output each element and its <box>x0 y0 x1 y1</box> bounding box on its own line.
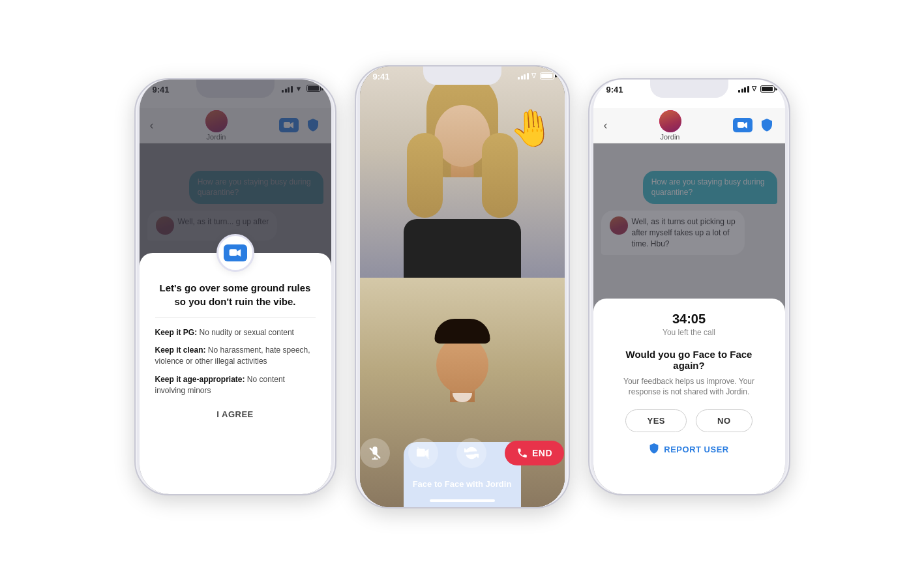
signal-bars-3 <box>738 85 749 93</box>
post-call-question: Would you go Face to Face again? <box>609 349 769 371</box>
mute-icon <box>368 446 382 460</box>
notch-3 <box>650 80 728 98</box>
video-top-female: 🤚 <box>360 66 565 278</box>
flip-camera-button[interactable] <box>456 438 486 468</box>
wave-hand: 🤚 <box>507 105 556 151</box>
video-controls: END <box>360 438 565 468</box>
header-actions-3 <box>733 118 775 132</box>
mute-button[interactable] <box>360 438 390 468</box>
battery-icon-3 <box>760 85 775 93</box>
header-center-3: Jordin <box>659 110 681 141</box>
yes-no-row: YES NO <box>609 409 769 432</box>
status-icons-3: ∇ <box>738 85 775 93</box>
status-time-3: 9:41 <box>606 85 623 95</box>
phones-container: 9:41 ▼ ‹ <box>0 0 924 573</box>
wifi-icon-3: ∇ <box>752 85 756 93</box>
header-name-3: Jordin <box>661 133 680 141</box>
camera-off-button[interactable] <box>408 438 438 468</box>
modal-icon-circle <box>216 234 254 272</box>
video-call-label: Face to Face with Jordin <box>360 479 565 489</box>
phone-2-screen: 9:41 ∇ <box>360 66 565 507</box>
phone-1-screen: 9:41 ▼ ‹ <box>140 80 331 494</box>
rule-pg-label: Keep it PG: <box>155 328 198 337</box>
post-call-modal: 34:05 You left the call Would you go Fac… <box>593 299 785 494</box>
back-button-3[interactable]: ‹ <box>604 119 608 132</box>
report-user-row[interactable]: REPORT USER <box>609 443 769 456</box>
avatar-face-3 <box>659 110 681 132</box>
status-icons-2: ∇ <box>518 72 554 80</box>
home-indicator-2 <box>430 499 495 502</box>
flip-icon <box>464 446 479 460</box>
modal-video-icon <box>224 244 247 261</box>
svg-rect-1 <box>229 249 237 256</box>
rule-clean: Keep it clean: No harassment, hate speec… <box>155 345 316 368</box>
video-call-screen: 9:41 ∇ <box>360 66 565 507</box>
ground-rules-modal: Let's go over some ground rules so you d… <box>140 80 331 494</box>
phone-1: 9:41 ▼ ‹ <box>134 78 336 495</box>
notch-2 <box>423 66 501 85</box>
end-call-button[interactable]: END <box>505 441 564 465</box>
end-call-icon <box>516 447 528 459</box>
signal-bars-2 <box>518 72 529 80</box>
end-call-text: END <box>532 448 552 458</box>
battery-icon-2 <box>540 72 554 80</box>
phone-3: 9:41 ∇ ‹ <box>588 78 790 495</box>
rule-pg: Keep it PG: No nudity or sexual content <box>155 327 316 338</box>
modal-divider-1 <box>155 317 316 318</box>
shield-button-3[interactable] <box>760 118 775 132</box>
svg-rect-5 <box>738 122 744 128</box>
video-icon-3 <box>738 121 748 129</box>
no-button[interactable]: NO <box>696 409 753 432</box>
wifi-icon-2: ∇ <box>531 72 536 80</box>
shield-icon-3 <box>760 118 773 132</box>
report-shield-svg <box>649 443 659 454</box>
status-time-2: 9:41 <box>373 72 390 81</box>
agree-button-1[interactable]: I AGREE <box>155 409 316 419</box>
rule-clean-label: Keep it clean: <box>155 345 206 355</box>
rule-age-label: Keep it age-appropriate: <box>155 375 245 384</box>
video-call-button-3[interactable] <box>733 118 753 132</box>
chat-header-3: ‹ Jordin <box>593 108 785 143</box>
phone-3-screen: 9:41 ∇ ‹ <box>593 80 785 494</box>
post-call-subtitle: Your feedback helps us improve. Your res… <box>609 376 769 398</box>
camera-off-icon <box>416 446 430 460</box>
call-timer: 34:05 <box>609 312 769 327</box>
modal-video-svg <box>229 248 242 257</box>
phone-2: 9:41 ∇ <box>355 65 570 508</box>
rule-pg-text: No nudity or sexual content <box>197 328 294 337</box>
rule-age: Keep it age-appropriate: No content invo… <box>155 374 316 397</box>
report-user-text: REPORT USER <box>664 445 728 454</box>
video-bottom-male <box>360 278 565 507</box>
modal-title-1: Let's go over some ground rules so you d… <box>155 281 316 308</box>
yes-button[interactable]: YES <box>625 409 687 432</box>
report-shield-icon <box>649 443 659 456</box>
modal-card-1: Let's go over some ground rules so you d… <box>140 253 331 494</box>
call-left-text: You left the call <box>609 328 769 337</box>
header-avatar-3 <box>659 110 681 132</box>
